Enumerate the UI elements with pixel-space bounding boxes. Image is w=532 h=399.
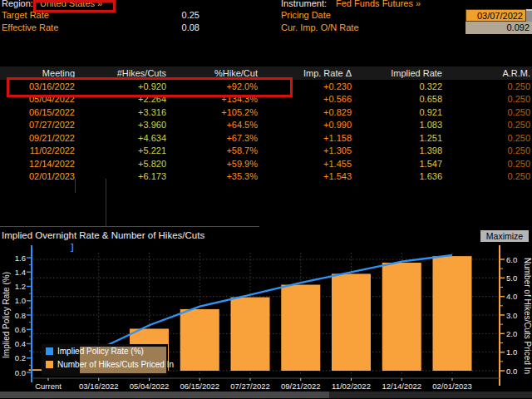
- legend-label: Number of Hikes/Cuts Priced In: [57, 360, 174, 369]
- cell: 0.658: [353, 93, 444, 106]
- cell: 02/01/2023: [0, 170, 76, 184]
- left-axis-tick-label: 0.8: [15, 311, 26, 320]
- cell: 1.547: [353, 157, 444, 170]
- cell: 0.250: [444, 131, 532, 145]
- legend-swatch-implied-rate: [46, 347, 53, 355]
- cell: 06/15/2022: [0, 106, 76, 119]
- cell: +35.3%: [168, 170, 259, 184]
- col-arm: A.R.M.: [444, 66, 532, 80]
- cell: 0.250: [444, 80, 532, 93]
- table-row[interactable]: 06/15/2022+3.316+105.2%+0.8290.9210.250: [0, 106, 532, 119]
- maximize-button[interactable]: Maximize: [480, 230, 529, 242]
- legend-label: Implied Policy Rate (%): [57, 347, 144, 356]
- table-row[interactable]: 11/02/2022+5.221+58.7%+1.3051.3980.250: [0, 145, 532, 158]
- left-axis-tick-label: 1.6: [15, 254, 26, 263]
- cell: 1.251: [353, 131, 444, 145]
- right-axis-tick-label: 0.0: [506, 367, 517, 376]
- table-row[interactable]: 12/14/2022+5.820+59.9%+1.4551.5470.250: [0, 157, 532, 170]
- cell: 0.322: [353, 80, 444, 93]
- pricing-date-label: Pricing Date: [281, 10, 331, 21]
- left-axis-tick-label: 1.2: [15, 282, 26, 291]
- chart-title: Implied Overnight Rate & Number of Hikes…: [2, 230, 204, 240]
- cell: 1.398: [353, 145, 444, 158]
- left-axis-tick-label: 1.4: [15, 268, 26, 277]
- x-axis-label: 06/15/2022: [180, 382, 219, 391]
- horizontal-scrollbar[interactable]: [0, 392, 532, 398]
- cell: +4.634: [76, 131, 168, 145]
- x-axis-label: 12/14/2022: [382, 382, 421, 391]
- right-axis-tick-label: 4.0: [506, 292, 517, 301]
- cell: 0.250: [444, 145, 532, 158]
- cell: +58.7%: [168, 145, 259, 158]
- instrument-select[interactable]: Fed Funds Futures »: [336, 0, 421, 9]
- left-axis-title: Implied Policy Rate (%): [2, 272, 11, 358]
- axis-handle-icon: ]: [71, 243, 74, 252]
- effective-rate-label: Effective Rate: [2, 22, 58, 33]
- bar-hikes: [382, 263, 421, 371]
- cell: +0.990: [259, 119, 353, 132]
- cell: +5.221: [76, 145, 168, 158]
- cell: +0.829: [259, 106, 353, 119]
- cell: +1.305: [259, 145, 353, 158]
- table-row[interactable]: 07/27/2022+3.960+64.5%+0.9901.0830.250: [0, 119, 532, 132]
- cell: +6.173: [76, 170, 168, 184]
- cell: 0.250: [444, 93, 532, 106]
- cell: +1.543: [259, 170, 353, 184]
- left-axis-tick-label: 0.6: [15, 325, 26, 334]
- bar-hikes: [332, 273, 371, 371]
- bar-hikes: [180, 309, 219, 371]
- left-axis-tick-label: 0.4: [15, 339, 26, 348]
- table-column-line: [75, 179, 76, 193]
- cell: 0.250: [444, 106, 532, 119]
- cell: 07/27/2022: [0, 119, 76, 132]
- pricing-date-field[interactable]: 03/07/2022: [466, 9, 526, 22]
- x-axis-label: 09/21/2022: [281, 382, 321, 391]
- cell: 1.636: [353, 170, 444, 184]
- instrument-label: Instrument:: [281, 0, 327, 9]
- chart-legend: Implied Policy Rate (%) Number of Hikes/…: [42, 344, 168, 376]
- x-axis-label: 03/16/2022: [79, 382, 119, 391]
- bar-hikes: [231, 298, 270, 371]
- calendar-icon[interactable]: [526, 9, 532, 22]
- legend-swatch-hikes: [46, 361, 53, 368]
- x-axis-label: 11/02/2022: [332, 382, 371, 391]
- col-implied-rate: Implied Rate: [353, 66, 444, 80]
- cell: 11/02/2022: [0, 145, 76, 158]
- cell: 1.083: [353, 119, 444, 132]
- cell: +3.960: [76, 119, 168, 132]
- cell: 0.921: [353, 106, 444, 119]
- cur-imp-on-rate-label: Cur. Imp. O/N Rate: [281, 22, 359, 33]
- table-column-line: [106, 179, 106, 227]
- scrollbar-thumb[interactable]: [0, 392, 329, 398]
- x-axis-label: 02/01/2023: [432, 382, 472, 391]
- x-axis-label: 05/04/2022: [130, 382, 170, 391]
- cell: 0.250: [444, 170, 532, 184]
- effective-rate-value: 0.08: [158, 22, 200, 33]
- left-axis-tick-label: 0.2: [15, 353, 26, 362]
- cell: +1.158: [259, 131, 353, 145]
- right-axis-tick-label: 2.0: [506, 329, 517, 338]
- right-axis-tick-label: 1.0: [506, 347, 517, 357]
- cell: +5.820: [76, 157, 168, 170]
- cur-imp-on-rate-field[interactable]: 0.092: [466, 22, 532, 34]
- right-axis-tick-label: 5.0: [506, 273, 517, 283]
- left-axis-tick-label: 0.0: [15, 368, 26, 377]
- cell: +3.316: [76, 106, 168, 119]
- x-axis-label: 07/27/2022: [230, 382, 270, 391]
- x-axis-label: Current: [35, 382, 62, 391]
- bar-hikes: [433, 256, 472, 371]
- annotation-box-first-row: [7, 77, 293, 97]
- bar-hikes: [281, 285, 320, 371]
- right-axis-tick-label: 3.0: [506, 311, 517, 320]
- cell: +105.2%: [168, 106, 259, 119]
- target-rate-label: Target Rate: [2, 10, 49, 21]
- right-axis-title: Number of Hikes/Cuts Priced In: [523, 258, 532, 374]
- panel-divider: [0, 226, 259, 227]
- cell: 0.250: [444, 119, 532, 132]
- table-row[interactable]: 09/21/2022+4.634+67.3%+1.1581.2510.250: [0, 131, 532, 145]
- cell: +67.3%: [168, 131, 259, 145]
- right-axis-tick-label: 6.0: [506, 255, 517, 264]
- cell: +64.5%: [168, 119, 259, 132]
- cell: 0.250: [444, 157, 532, 170]
- table-row[interactable]: 02/01/2023+6.173+35.3%+1.5431.6360.250: [0, 170, 532, 184]
